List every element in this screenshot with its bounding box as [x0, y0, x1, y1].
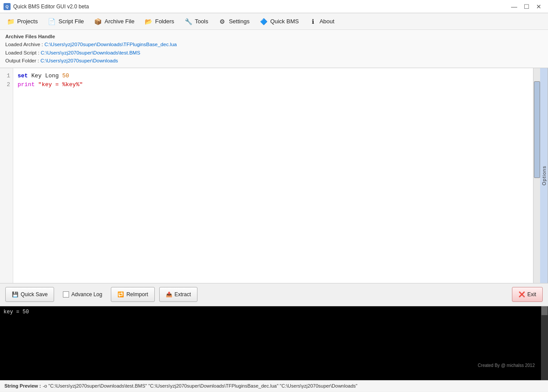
- menu-item-projects[interactable]: 📁 Projects: [2, 15, 42, 28]
- options-sidebar[interactable]: Options: [540, 68, 548, 283]
- editor-scrollbar[interactable]: [533, 68, 540, 283]
- loaded-script-value: C:\Users\yzj2070super\Downloads\test.BMS: [41, 50, 140, 55]
- number-50: 50: [62, 72, 69, 81]
- line-number-1: 1: [3, 72, 10, 81]
- loaded-archive-label: Loaded Archive: [5, 42, 40, 47]
- advance-log-label: Advance Log: [71, 291, 102, 298]
- console-wrapper: key = 50 Created By @ michalss 2012: [0, 306, 548, 380]
- extract-icon: 📤: [166, 291, 172, 298]
- menu-item-about[interactable]: ℹ About: [304, 15, 339, 28]
- script-file-icon: 📄: [47, 17, 56, 26]
- menu-label-tools: Tools: [195, 18, 208, 25]
- close-button[interactable]: ✕: [533, 2, 544, 11]
- line-numbers: 1 2: [0, 68, 13, 283]
- quick-bms-icon: 🔷: [259, 17, 268, 26]
- quick-save-icon: 💾: [12, 291, 18, 298]
- projects-icon: 📁: [6, 17, 15, 26]
- watermark: Created By @ michalss 2012: [478, 363, 535, 368]
- keyword-print: print: [18, 80, 35, 90]
- extract-button[interactable]: 📤 Extract: [159, 287, 197, 302]
- keyword-set: set: [18, 72, 28, 81]
- window-title: Quick BMS Editor GUI v2.0 beta: [13, 4, 89, 10]
- loaded-script-row: Loaded Script : C:\Users\yzj2070super\Do…: [5, 49, 543, 57]
- menu-item-archive-file[interactable]: 📦 Archive File: [89, 15, 139, 28]
- exit-button[interactable]: ❌ Exit: [512, 287, 543, 302]
- extract-label: Extract: [175, 291, 191, 298]
- status-left: String Preview : -o "C:\Users\yzj2070sup…: [4, 383, 358, 388]
- status-value: -o "C:\Users\yzj2070super\Downloads\test…: [43, 383, 358, 388]
- editor-container: 1 2 set Key Long 50 print "key = %key%" …: [0, 68, 548, 283]
- console-text: key = 50: [4, 309, 29, 315]
- status-bar: String Preview : -o "C:\Users\yzj2070sup…: [0, 380, 548, 392]
- menu-bar: 📁 Projects 📄 Script File 📦 Archive File …: [0, 13, 548, 30]
- code-editor[interactable]: set Key Long 50 print "key = %key%": [13, 68, 533, 283]
- menu-item-quick-bms[interactable]: 🔷 Quick BMS: [255, 15, 303, 28]
- advance-log-checkbox-box[interactable]: [63, 291, 69, 298]
- menu-item-settings[interactable]: ⚙ Settings: [213, 15, 254, 28]
- app-icon: Q: [4, 3, 11, 10]
- toolbar: 💾 Quick Save Advance Log 🔁 ReImport 📤 Ex…: [0, 283, 548, 306]
- settings-icon: ⚙: [218, 17, 227, 26]
- reimport-button[interactable]: 🔁 ReImport: [111, 287, 154, 302]
- menu-item-tools[interactable]: 🔧 Tools: [179, 15, 212, 28]
- options-label: Options: [541, 166, 547, 185]
- menu-label-about: About: [319, 18, 334, 25]
- output-folder-value: C:\Users\yzj2070super\Downloads: [40, 58, 118, 63]
- quick-save-button[interactable]: 💾 Quick Save: [5, 287, 54, 302]
- scrollbar-thumb[interactable]: [534, 81, 540, 178]
- console-output[interactable]: key = 50: [0, 306, 548, 380]
- menu-label-projects: Projects: [17, 18, 38, 25]
- status-label: String Preview :: [4, 383, 41, 388]
- menu-label-quick-bms: Quick BMS: [270, 18, 299, 25]
- output-folder-label: Output Folder: [5, 58, 36, 63]
- folders-icon: 📂: [144, 17, 153, 26]
- advance-log-checkbox[interactable]: Advance Log: [58, 289, 106, 300]
- minimize-button[interactable]: —: [508, 2, 520, 11]
- about-icon: ℹ: [308, 17, 317, 26]
- code-line-1: set Key Long 50: [18, 72, 529, 81]
- loaded-archive-row: Loaded Archive : C:\Users\yzj2070super\D…: [5, 40, 543, 48]
- title-bar: Q Quick BMS Editor GUI v2.0 beta — ☐ ✕: [0, 0, 548, 13]
- menu-label-script-file: Script File: [58, 18, 84, 25]
- code-line-2: print "key = %key%": [18, 80, 529, 90]
- line-number-2: 2: [3, 80, 10, 90]
- output-folder-row: Output Folder : C:\Users\yzj2070super\Do…: [5, 57, 543, 65]
- title-bar-left: Q Quick BMS Editor GUI v2.0 beta: [4, 3, 89, 10]
- exit-icon: ❌: [519, 291, 525, 298]
- menu-item-folders[interactable]: 📂 Folders: [140, 15, 179, 28]
- menu-label-archive-file: Archive File: [105, 18, 135, 25]
- archive-file-icon: 📦: [94, 17, 102, 26]
- tools-icon: 🔧: [184, 17, 193, 26]
- loaded-archive-value: C:\Users\yzj2070super\Downloads\TFPlugin…: [44, 42, 177, 47]
- menu-label-settings: Settings: [229, 18, 249, 25]
- menu-label-folders: Folders: [155, 18, 174, 25]
- info-panel: Archive Files Handle Loaded Archive : C:…: [0, 30, 548, 68]
- reimport-label: ReImport: [126, 291, 148, 298]
- console-scrollbar[interactable]: [541, 306, 548, 380]
- exit-label: Exit: [527, 291, 536, 298]
- title-controls: — ☐ ✕: [508, 2, 544, 11]
- console-scrollbar-thumb[interactable]: [541, 306, 548, 315]
- menu-item-script-file[interactable]: 📄 Script File: [43, 15, 88, 28]
- maximize-button[interactable]: ☐: [521, 2, 532, 11]
- reimport-icon: 🔁: [117, 291, 124, 298]
- info-panel-title: Archive Files Handle: [5, 33, 543, 40]
- quick-save-label: Quick Save: [21, 291, 47, 298]
- string-key: "key = %key%": [38, 80, 83, 90]
- loaded-script-label: Loaded Script: [5, 50, 37, 55]
